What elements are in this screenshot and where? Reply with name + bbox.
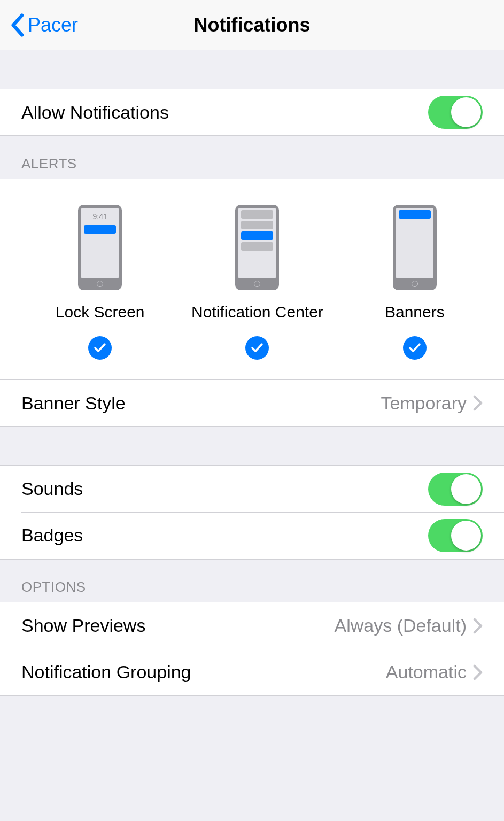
alert-option-lock-screen[interactable]: 9:41 Lock Screen (21, 205, 179, 360)
page-title: Notifications (193, 14, 310, 36)
checkmark-icon (403, 336, 427, 360)
banner-style-value: Temporary (381, 393, 467, 414)
checkmark-icon (88, 336, 112, 360)
lock-screen-icon: 9:41 (78, 205, 122, 290)
badges-row[interactable]: Badges (0, 512, 504, 559)
allow-notifications-toggle[interactable] (428, 96, 483, 129)
banner-style-label: Banner Style (21, 393, 126, 414)
chevron-left-icon (10, 13, 25, 37)
back-button[interactable]: Pacer (10, 0, 78, 50)
alerts-section-header: ALERTS (0, 136, 504, 179)
show-previews-row[interactable]: Show Previews Always (Default) (0, 602, 504, 649)
show-previews-label: Show Previews (21, 615, 145, 636)
badges-label: Badges (21, 525, 83, 546)
checkmark-icon (245, 336, 269, 360)
sounds-toggle[interactable] (428, 473, 483, 506)
alert-option-banners[interactable]: Banners (336, 205, 493, 360)
alert-option-label: Banners (385, 303, 445, 321)
chevron-right-icon (473, 395, 483, 411)
notification-center-icon (235, 205, 279, 290)
allow-notifications-row[interactable]: Allow Notifications (0, 89, 504, 136)
alert-option-label: Notification Center (191, 303, 323, 321)
show-previews-value: Always (Default) (334, 615, 467, 636)
navigation-bar: Pacer Notifications (0, 0, 504, 50)
lock-screen-time: 9:41 (93, 212, 107, 221)
chevron-right-icon (473, 664, 483, 680)
notification-grouping-value: Automatic (386, 662, 467, 683)
badges-toggle[interactable] (428, 519, 483, 552)
sounds-row[interactable]: Sounds (0, 465, 504, 512)
chevron-right-icon (473, 618, 483, 634)
allow-notifications-label: Allow Notifications (21, 102, 169, 123)
alert-option-label: Lock Screen (56, 303, 145, 321)
sounds-label: Sounds (21, 478, 83, 499)
notification-grouping-row[interactable]: Notification Grouping Automatic (0, 649, 504, 696)
back-label: Pacer (28, 14, 78, 36)
banner-style-row[interactable]: Banner Style Temporary (0, 379, 504, 427)
options-section-header: OPTIONS (0, 560, 504, 602)
banners-icon (393, 205, 437, 290)
alert-option-notification-center[interactable]: Notification Center (179, 205, 336, 360)
notification-grouping-label: Notification Grouping (21, 662, 191, 683)
